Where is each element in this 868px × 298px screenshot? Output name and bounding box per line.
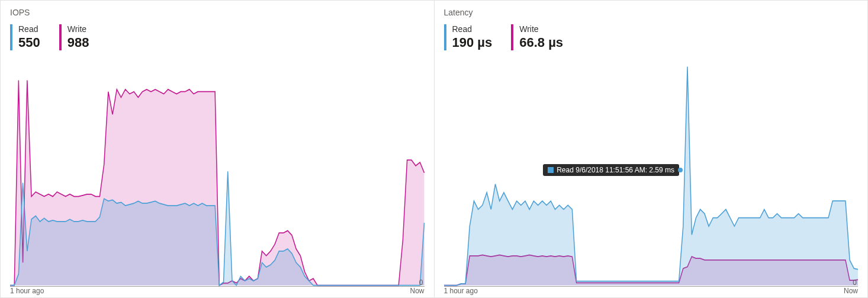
metric-label: Write: [67, 24, 89, 34]
metric-read: Read 550: [10, 24, 40, 50]
chart-baseline: [444, 286, 859, 287]
metric-value: 988: [67, 35, 89, 50]
metric-value: 550: [18, 35, 40, 50]
tooltip-text: Read 9/6/2018 11:51:56 AM: 2.59 ms: [557, 166, 674, 174]
metric-read: Read 190 µs: [444, 24, 493, 50]
axis-end-label: Now: [844, 287, 858, 295]
metrics-row: Read 190 µs Write 66.8 µs: [444, 24, 859, 50]
metric-label: Read: [452, 24, 493, 34]
tooltip-swatch-icon: [548, 167, 554, 173]
axis-zero-label: 0: [419, 278, 423, 287]
metric-label: Read: [18, 24, 40, 34]
panel-latency: Latency Read 190 µs Write 66.8 µs 0 1 ho…: [434, 1, 868, 297]
metric-value: 190 µs: [452, 35, 493, 50]
metrics-row: Read 550 Write 988: [10, 24, 425, 50]
panel-title: Latency: [444, 8, 859, 17]
dashboard-root: IOPS Read 550 Write 988 0 1 hour ago Now…: [0, 0, 868, 298]
panel-iops: IOPS Read 550 Write 988 0 1 hour ago Now: [1, 1, 434, 297]
metric-write: Write 988: [59, 24, 89, 50]
metric-value: 66.8 µs: [519, 35, 563, 50]
chart-area-latency[interactable]: 0 1 hour ago Now Read 9/6/2018 11:51:56 …: [444, 57, 859, 295]
axis-start-label: 1 hour ago: [444, 287, 478, 295]
metric-write: Write 66.8 µs: [511, 24, 563, 50]
chart-tooltip: Read 9/6/2018 11:51:56 AM: 2.59 ms: [543, 164, 679, 176]
chart-area-iops[interactable]: 0 1 hour ago Now: [10, 57, 425, 295]
axis-end-label: Now: [410, 287, 424, 295]
axis-start-label: 1 hour ago: [10, 287, 44, 295]
axis-zero-label: 0: [853, 278, 857, 287]
panel-title: IOPS: [10, 8, 425, 17]
chart-baseline: [10, 286, 425, 287]
metric-label: Write: [519, 24, 563, 34]
chart-svg: [444, 57, 859, 295]
chart-svg: [10, 57, 425, 295]
